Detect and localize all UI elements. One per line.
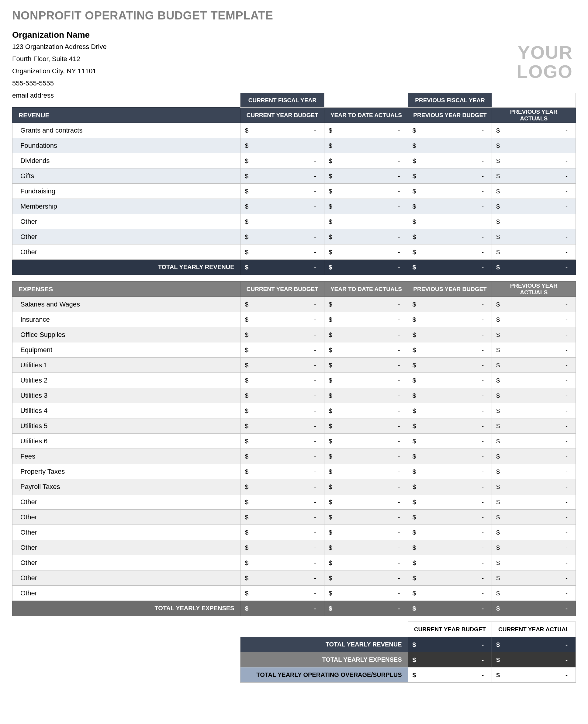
- expense-cell-current-budget[interactable]: $-: [240, 479, 324, 494]
- expense-cell-current-budget[interactable]: $-: [240, 388, 324, 403]
- revenue-cell-current-budget[interactable]: $-: [240, 168, 324, 184]
- revenue-cell-previous-budget[interactable]: $-: [408, 184, 492, 199]
- expense-cell-ytd-actuals[interactable]: $-: [324, 388, 408, 403]
- revenue-cell-ytd-actuals[interactable]: $-: [324, 123, 408, 138]
- summary-surplus-budget[interactable]: $-: [408, 667, 492, 683]
- summary-expenses-actual[interactable]: $-: [492, 652, 576, 667]
- expense-cell-ytd-actuals[interactable]: $-: [324, 479, 408, 494]
- revenue-cell-previous-actuals[interactable]: $-: [492, 184, 576, 199]
- expense-cell-previous-budget[interactable]: $-: [408, 403, 492, 418]
- expense-cell-previous-budget[interactable]: $-: [408, 297, 492, 312]
- revenue-cell-ytd-actuals[interactable]: $-: [324, 153, 408, 168]
- expense-cell-previous-actuals[interactable]: $-: [492, 555, 576, 571]
- expense-cell-current-budget[interactable]: $-: [240, 357, 324, 373]
- expense-cell-previous-budget[interactable]: $-: [408, 479, 492, 494]
- expense-cell-previous-budget[interactable]: $-: [408, 555, 492, 571]
- expense-cell-current-budget[interactable]: $-: [240, 373, 324, 388]
- expense-cell-previous-budget[interactable]: $-: [408, 327, 492, 343]
- expense-cell-ytd-actuals[interactable]: $-: [324, 312, 408, 327]
- expense-cell-ytd-actuals[interactable]: $-: [324, 464, 408, 479]
- revenue-cell-previous-actuals[interactable]: $-: [492, 199, 576, 214]
- expense-cell-current-budget[interactable]: $-: [240, 540, 324, 555]
- expense-cell-previous-actuals[interactable]: $-: [492, 343, 576, 357]
- expense-cell-current-budget[interactable]: $-: [240, 586, 324, 601]
- expense-cell-current-budget[interactable]: $-: [240, 464, 324, 479]
- expense-cell-ytd-actuals[interactable]: $-: [324, 418, 408, 434]
- expense-cell-current-budget[interactable]: $-: [240, 494, 324, 510]
- expense-cell-previous-budget[interactable]: $-: [408, 586, 492, 601]
- expense-cell-ytd-actuals[interactable]: $-: [324, 586, 408, 601]
- summary-revenue-budget[interactable]: $-: [408, 637, 492, 652]
- expense-cell-current-budget[interactable]: $-: [240, 555, 324, 571]
- expense-cell-ytd-actuals[interactable]: $-: [324, 327, 408, 343]
- expense-cell-previous-actuals[interactable]: $-: [492, 510, 576, 525]
- revenue-cell-current-budget[interactable]: $-: [240, 138, 324, 153]
- expense-cell-previous-actuals[interactable]: $-: [492, 464, 576, 479]
- summary-surplus-actual[interactable]: $-: [492, 667, 576, 683]
- expense-cell-previous-budget[interactable]: $-: [408, 418, 492, 434]
- revenue-cell-ytd-actuals[interactable]: $-: [324, 214, 408, 229]
- expense-cell-current-budget[interactable]: $-: [240, 343, 324, 357]
- revenue-cell-current-budget[interactable]: $-: [240, 229, 324, 245]
- revenue-cell-ytd-actuals[interactable]: $-: [324, 199, 408, 214]
- revenue-cell-current-budget[interactable]: $-: [240, 153, 324, 168]
- expense-cell-current-budget[interactable]: $-: [240, 449, 324, 464]
- revenue-cell-previous-actuals[interactable]: $-: [492, 245, 576, 260]
- expense-cell-previous-actuals[interactable]: $-: [492, 297, 576, 312]
- expense-cell-previous-actuals[interactable]: $-: [492, 540, 576, 555]
- expense-cell-previous-budget[interactable]: $-: [408, 464, 492, 479]
- expense-cell-ytd-actuals[interactable]: $-: [324, 571, 408, 586]
- revenue-cell-previous-budget[interactable]: $-: [408, 245, 492, 260]
- expense-cell-previous-budget[interactable]: $-: [408, 449, 492, 464]
- revenue-cell-ytd-actuals[interactable]: $-: [324, 184, 408, 199]
- expense-cell-previous-actuals[interactable]: $-: [492, 388, 576, 403]
- expense-cell-previous-budget[interactable]: $-: [408, 312, 492, 327]
- expense-cell-current-budget[interactable]: $-: [240, 418, 324, 434]
- expense-cell-previous-budget[interactable]: $-: [408, 388, 492, 403]
- current-fiscal-year-input[interactable]: [324, 93, 408, 108]
- expense-cell-ytd-actuals[interactable]: $-: [324, 510, 408, 525]
- expense-cell-ytd-actuals[interactable]: $-: [324, 540, 408, 555]
- revenue-cell-ytd-actuals[interactable]: $-: [324, 168, 408, 184]
- summary-revenue-actual[interactable]: $-: [492, 637, 576, 652]
- expense-cell-previous-budget[interactable]: $-: [408, 357, 492, 373]
- expense-cell-previous-actuals[interactable]: $-: [492, 571, 576, 586]
- expense-cell-previous-budget[interactable]: $-: [408, 373, 492, 388]
- revenue-cell-ytd-actuals[interactable]: $-: [324, 229, 408, 245]
- revenue-cell-previous-actuals[interactable]: $-: [492, 123, 576, 138]
- expense-cell-ytd-actuals[interactable]: $-: [324, 525, 408, 540]
- revenue-cell-previous-budget[interactable]: $-: [408, 229, 492, 245]
- expense-cell-previous-actuals[interactable]: $-: [492, 312, 576, 327]
- expense-cell-ytd-actuals[interactable]: $-: [324, 434, 408, 449]
- revenue-cell-current-budget[interactable]: $-: [240, 245, 324, 260]
- expense-cell-previous-budget[interactable]: $-: [408, 571, 492, 586]
- revenue-cell-previous-budget[interactable]: $-: [408, 123, 492, 138]
- expense-cell-current-budget[interactable]: $-: [240, 327, 324, 343]
- expense-cell-ytd-actuals[interactable]: $-: [324, 403, 408, 418]
- revenue-cell-previous-actuals[interactable]: $-: [492, 168, 576, 184]
- expense-cell-previous-actuals[interactable]: $-: [492, 494, 576, 510]
- expense-cell-ytd-actuals[interactable]: $-: [324, 494, 408, 510]
- expense-cell-previous-actuals[interactable]: $-: [492, 525, 576, 540]
- expense-cell-ytd-actuals[interactable]: $-: [324, 555, 408, 571]
- expense-cell-ytd-actuals[interactable]: $-: [324, 357, 408, 373]
- revenue-cell-current-budget[interactable]: $-: [240, 123, 324, 138]
- expense-cell-current-budget[interactable]: $-: [240, 312, 324, 327]
- expense-cell-previous-actuals[interactable]: $-: [492, 373, 576, 388]
- expense-cell-current-budget[interactable]: $-: [240, 297, 324, 312]
- revenue-cell-ytd-actuals[interactable]: $-: [324, 138, 408, 153]
- revenue-cell-current-budget[interactable]: $-: [240, 199, 324, 214]
- revenue-cell-previous-budget[interactable]: $-: [408, 214, 492, 229]
- expense-cell-previous-budget[interactable]: $-: [408, 540, 492, 555]
- revenue-cell-current-budget[interactable]: $-: [240, 214, 324, 229]
- expense-cell-previous-actuals[interactable]: $-: [492, 586, 576, 601]
- expense-cell-current-budget[interactable]: $-: [240, 403, 324, 418]
- revenue-cell-previous-budget[interactable]: $-: [408, 153, 492, 168]
- revenue-cell-previous-actuals[interactable]: $-: [492, 138, 576, 153]
- expense-cell-previous-budget[interactable]: $-: [408, 525, 492, 540]
- expense-cell-ytd-actuals[interactable]: $-: [324, 449, 408, 464]
- expense-cell-current-budget[interactable]: $-: [240, 571, 324, 586]
- revenue-cell-previous-actuals[interactable]: $-: [492, 214, 576, 229]
- expense-cell-previous-budget[interactable]: $-: [408, 510, 492, 525]
- expense-cell-current-budget[interactable]: $-: [240, 434, 324, 449]
